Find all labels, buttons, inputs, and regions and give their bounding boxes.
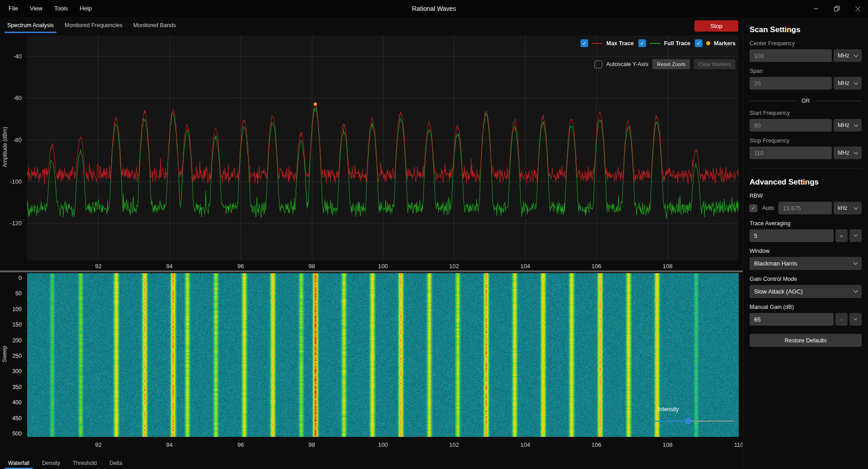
chevron-down-icon — [854, 289, 858, 293]
intensity-slider[interactable] — [655, 418, 734, 424]
center-frequency-unit-select[interactable]: MHz — [834, 49, 862, 62]
manual-gain-input[interactable]: 65 — [750, 313, 834, 326]
tab-waterfall[interactable]: Waterfall — [2, 457, 36, 469]
center-frequency-field: 100 MHz — [750, 49, 862, 62]
waterfall-x-tick-labels: 92949698100102104106108110 — [0, 441, 743, 450]
chevron-down-icon — [854, 122, 859, 127]
check-icon: ✓ — [640, 41, 644, 46]
settings-sidebar: Scan Settings Center Frequency 100 MHz S… — [743, 17, 868, 469]
scan-settings-title: Scan Settings — [750, 25, 862, 34]
trace-averaging-increment-button[interactable] — [835, 229, 848, 242]
max-trace-checkbox[interactable]: ✓ — [580, 39, 588, 47]
divider-line — [814, 101, 862, 101]
tab-label: Waterfall — [8, 460, 29, 466]
start-frequency-unit-select[interactable]: MHz — [834, 119, 862, 132]
restore-button[interactable] — [826, 0, 847, 17]
tick-label: 106 — [591, 263, 601, 270]
tick-label: 50 — [15, 290, 22, 297]
unit-label: MHz — [838, 122, 849, 128]
or-label: OR — [802, 98, 810, 104]
rbw-auto-checkbox[interactable]: ✓ — [750, 204, 757, 212]
waterfall-plot-canvas[interactable] — [27, 273, 739, 437]
slider-thumb[interactable] — [685, 418, 691, 424]
advanced-settings-title: Advanced Settings — [750, 178, 862, 187]
full-trace-checkbox[interactable]: ✓ — [638, 39, 646, 47]
check-icon: ✓ — [697, 41, 701, 46]
gain-control-mode-select[interactable]: Slow Attack (AGC) — [750, 285, 862, 298]
center-frequency-input[interactable]: 100 — [750, 49, 832, 62]
unit-label: kHz — [838, 205, 848, 211]
stop-frequency-input[interactable]: 110 — [750, 147, 832, 159]
tick-label: 108 — [663, 263, 673, 270]
close-button[interactable] — [847, 0, 868, 17]
menu-help[interactable]: Help — [74, 0, 98, 17]
trace-averaging-input[interactable]: 5 — [750, 229, 834, 242]
clear-markers-button[interactable]: Clear Markers — [694, 59, 736, 69]
tab-delta[interactable]: Delta — [103, 457, 128, 469]
stop-button[interactable]: Stop — [694, 20, 738, 32]
reset-zoom-button[interactable]: Reset Zoom — [652, 59, 690, 69]
tick-label: -60 — [13, 95, 22, 101]
tab-density[interactable]: Density — [36, 457, 66, 469]
trace-averaging-decrement-button[interactable] — [849, 229, 862, 242]
tab-monitored-bands[interactable]: Monitored Bands — [128, 17, 182, 33]
tab-label: Monitored Frequencies — [65, 22, 123, 28]
rbw-unit-select[interactable]: kHz — [834, 202, 862, 214]
splitter-handle[interactable] — [0, 270, 743, 272]
tab-monitored-frequencies[interactable]: Monitored Frequencies — [59, 17, 128, 33]
window-title: Rational Waves — [0, 5, 868, 12]
tab-label: Spectrum Analysis — [7, 22, 54, 28]
tick-label: 300 — [12, 368, 22, 374]
tab-threshold[interactable]: Threshold — [66, 457, 103, 469]
tick-label: 94 — [166, 441, 173, 448]
or-divider: OR — [750, 98, 862, 104]
tick-label: 150 — [12, 322, 22, 328]
window-controls — [806, 0, 868, 17]
chevron-down-icon — [854, 317, 857, 320]
rbw-auto-label: Auto — [762, 205, 774, 211]
chevron-down-icon — [854, 80, 859, 85]
start-frequency-label: Start Frequency — [750, 110, 862, 116]
tick-label: 108 — [663, 441, 673, 448]
window-select[interactable]: Blackman Harris — [750, 257, 862, 270]
unit-label: MHz — [838, 150, 849, 156]
tick-label: 200 — [12, 337, 22, 344]
menubar: File View Tools Help — [0, 0, 98, 17]
span-input[interactable]: 20 — [750, 77, 832, 90]
minimize-button[interactable] — [806, 0, 826, 17]
tab-spectrum-analysis[interactable]: Spectrum Analysis — [2, 17, 59, 33]
legend-max-trace: ✓ Max Trace — [580, 39, 633, 47]
tick-label: 92 — [95, 263, 101, 270]
tick-label: -120 — [10, 220, 22, 227]
max-trace-color-sample — [592, 43, 603, 44]
max-trace-label: Max Trace — [606, 40, 633, 47]
rbw-input[interactable]: 13.675 — [778, 202, 832, 214]
section-divider — [750, 168, 862, 169]
tick-label: 0 — [19, 275, 22, 281]
main-content: Spectrum Analysis Monitored Frequencies … — [0, 17, 743, 469]
menu-tools[interactable]: Tools — [48, 0, 74, 17]
menu-file[interactable]: File — [3, 0, 24, 17]
span-unit-select[interactable]: MHz — [834, 77, 862, 90]
tick-label: 96 — [237, 441, 244, 448]
tick-label: 100 — [378, 441, 388, 448]
menu-view[interactable]: View — [24, 0, 48, 17]
markers-label: Markers — [714, 40, 736, 47]
bottom-tabbar: Waterfall Density Threshold Delta — [0, 457, 743, 469]
autoscale-checkbox[interactable] — [594, 61, 602, 68]
waterfall-y-tick-labels: 050100150200250300350400450500 — [0, 273, 22, 437]
tick-label: 100 — [378, 263, 388, 270]
start-frequency-input[interactable]: 90 — [750, 119, 832, 132]
tick-label: -80 — [13, 136, 22, 143]
stop-frequency-unit-select[interactable]: MHz — [834, 147, 862, 159]
gain-control-mode-value: Slow Attack (AGC) — [754, 288, 803, 295]
markers-checkbox[interactable]: ✓ — [695, 39, 703, 47]
tick-label: 100 — [12, 306, 22, 313]
tick-label: 94 — [166, 263, 173, 270]
chevron-down-icon — [854, 52, 859, 57]
manual-gain-decrement-button[interactable] — [849, 313, 862, 326]
manual-gain-increment-button[interactable] — [835, 313, 848, 326]
rbw-field: ✓ Auto 13.675 kHz — [750, 202, 862, 214]
gain-control-mode-label: Gain Control Mode — [750, 276, 862, 282]
restore-defaults-button[interactable]: Restore Defaults — [750, 334, 862, 347]
